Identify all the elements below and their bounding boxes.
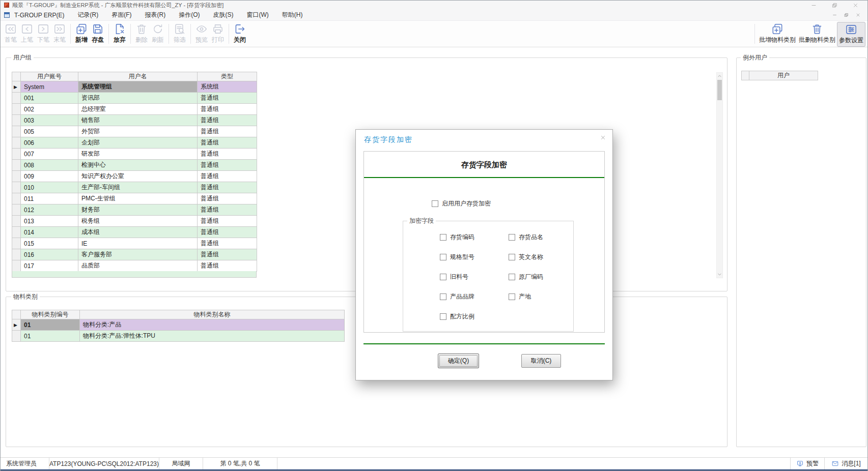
mdi-minimize-icon[interactable] (832, 13, 837, 17)
user-group-row[interactable]: 014 成本组 普通组 (12, 227, 257, 238)
toolbar-button[interactable]: 存盘 (90, 22, 106, 47)
user-group-row[interactable]: 006 企划部 普通组 (12, 137, 257, 149)
user-group-row[interactable]: System 系统管理组 系统组 (12, 81, 257, 93)
user-group-row[interactable]: 010 生产部-车间组 普通组 (12, 182, 257, 193)
checkbox-icon[interactable] (440, 234, 446, 241)
user-group-row[interactable]: 013 税务组 普通组 (12, 216, 257, 227)
toolbar-button[interactable]: 筛选 (172, 22, 188, 47)
column-header-account[interactable]: 用户账号 (21, 72, 78, 81)
material-category-panel-label: 物料类别 (11, 293, 40, 301)
encrypt-field-checkbox[interactable]: 原厂编码 (509, 267, 543, 287)
user-group-row[interactable]: 016 客户服务部 普通组 (12, 249, 257, 260)
vertical-scrollbar[interactable] (716, 72, 723, 278)
toolbar-button[interactable]: 批删物料类别 (797, 22, 837, 47)
toolbar-button[interactable]: 新增 (73, 22, 90, 47)
checkbox-icon[interactable] (432, 200, 438, 207)
menu-item[interactable]: 操作(O) (179, 11, 200, 19)
toolbar-button[interactable]: 关闭 (232, 22, 248, 47)
close-icon[interactable] (853, 3, 858, 8)
encrypt-fields-groupbox: 加密字段 存货编码 规格型号 旧料号 产品品牌 配方比例 存货品名 英文名称 原… (403, 221, 574, 332)
alerts-button[interactable]: 预警 (791, 458, 824, 469)
checkbox-icon[interactable] (440, 274, 446, 280)
encrypt-field-checkbox[interactable]: 配方比例 (440, 307, 474, 327)
checkbox-icon[interactable] (440, 313, 446, 320)
user-group-row[interactable]: 011 PMC-生管组 普通组 (12, 193, 257, 204)
checkbox-icon[interactable] (440, 254, 446, 260)
menu-item[interactable]: 皮肤(S) (213, 11, 233, 19)
mdi-close-icon[interactable] (856, 13, 860, 17)
menu-item[interactable]: T-GROUP ERP(E) (14, 12, 64, 19)
toolbar-button[interactable]: 参数设置 (837, 22, 865, 47)
chevron-down-icon[interactable] (717, 271, 722, 278)
messages-button[interactable]: 消息[1] (825, 458, 867, 469)
toolbar-button[interactable]: 下笔 (35, 22, 51, 47)
menu-item[interactable]: 界面(F) (111, 11, 131, 19)
encrypt-field-checkbox[interactable]: 规格型号 (440, 247, 474, 267)
checkbox-icon[interactable] (509, 234, 515, 241)
user-group-row[interactable]: 008 检测中心 普通组 (12, 160, 257, 171)
user-group-row[interactable]: 012 财务部 普通组 (12, 204, 257, 216)
user-group-row[interactable]: 003 销售部 普通组 (12, 115, 257, 126)
column-header-material-name[interactable]: 物料类别名称 (80, 310, 345, 319)
toolbar-button[interactable]: 预览 (193, 22, 210, 47)
user-group-row[interactable]: 001 资讯部 普通组 (12, 93, 257, 104)
user-group-row[interactable]: 009 知识产权办公室 普通组 (12, 171, 257, 182)
encrypt-field-checkbox[interactable]: 产品品牌 (440, 287, 474, 307)
toolbar-button[interactable]: 删除 (133, 22, 150, 47)
mdi-restore-icon[interactable] (844, 13, 849, 17)
encrypt-field-checkbox[interactable]: 英文名称 (509, 247, 543, 267)
encrypt-field-checkbox[interactable]: 存货编码 (440, 227, 474, 247)
menu-item[interactable]: 帮助(H) (282, 11, 303, 19)
ok-button[interactable]: 确定(Q) (438, 354, 479, 368)
user-group-row[interactable]: 005 外贸部 普通组 (12, 126, 257, 137)
menu-item[interactable]: 记录(R) (77, 11, 98, 19)
toolbar-button[interactable]: 上笔 (19, 22, 35, 47)
filter-icon (173, 22, 186, 36)
column-header-material-code[interactable]: 物料类别编号 (21, 310, 80, 319)
enable-user-encrypt-checkbox[interactable]: 启用用户存货加密 (432, 199, 491, 208)
dialog-heading: 存货字段加密 (364, 152, 604, 178)
status-current-user: 系统管理员 (1, 458, 49, 469)
checkbox-label: 产品品牌 (450, 292, 474, 301)
dialog-title: 存货字段加密 (364, 135, 413, 144)
next-record-icon (37, 22, 50, 36)
checkbox-icon[interactable] (509, 274, 515, 280)
cell-material-code: 01 (21, 319, 80, 331)
restore-icon[interactable] (832, 3, 837, 8)
cancel-button[interactable]: 取消(C) (521, 354, 561, 368)
toolbar-button[interactable]: 批增物料类别 (758, 22, 797, 47)
user-group-row[interactable]: 015 IE 普通组 (12, 238, 257, 249)
toolbar-button[interactable]: 首笔 (3, 22, 19, 47)
cell-material-name: 物料分类:产品 (80, 319, 345, 331)
dialog-close-icon[interactable] (600, 135, 606, 140)
encrypt-field-checkbox[interactable]: 旧料号 (440, 267, 474, 287)
chevron-up-icon[interactable] (717, 73, 722, 79)
checkbox-label: 启用用户存货加密 (442, 199, 491, 208)
column-header-user[interactable]: 用户 (749, 71, 818, 80)
column-header-type[interactable]: 类型 (198, 72, 257, 81)
user-group-row[interactable]: 017 品质部 普通组 (12, 260, 257, 272)
checkbox-icon[interactable] (509, 293, 515, 300)
toolbar-button[interactable]: 刷新 (150, 22, 166, 47)
column-header-username[interactable]: 用户名 (78, 72, 198, 81)
user-group-row[interactable]: 002 总经理室 普通组 (12, 104, 257, 115)
cell-type: 普通组 (198, 249, 257, 260)
encrypt-field-checkbox[interactable]: 产地 (509, 287, 543, 307)
material-category-row[interactable]: 01 物料分类:产品 (12, 319, 345, 331)
scrollbar-thumb[interactable] (717, 80, 722, 100)
cell-account: 006 (21, 137, 78, 149)
checkbox-icon[interactable] (440, 293, 446, 300)
toolbar-button[interactable]: 打印 (210, 22, 226, 47)
checkbox-icon[interactable] (509, 254, 515, 260)
user-group-row[interactable]: 007 研发部 普通组 (12, 149, 257, 160)
toolbar-button[interactable]: 放弃 (111, 22, 128, 47)
material-category-row[interactable]: 01 物料分类:产品:弹性体:TPU (12, 331, 345, 342)
menu-item[interactable]: 窗口(W) (246, 11, 268, 19)
encrypt-field-checkbox[interactable]: 存货品名 (509, 227, 543, 247)
toolbar-button[interactable]: 末笔 (51, 22, 68, 47)
exception-users-table: 用户 (741, 71, 818, 80)
menu-item[interactable]: 报表(R) (145, 11, 165, 19)
row-indicator (12, 171, 21, 182)
row-indicator (12, 160, 21, 171)
minimize-icon[interactable] (811, 3, 817, 8)
